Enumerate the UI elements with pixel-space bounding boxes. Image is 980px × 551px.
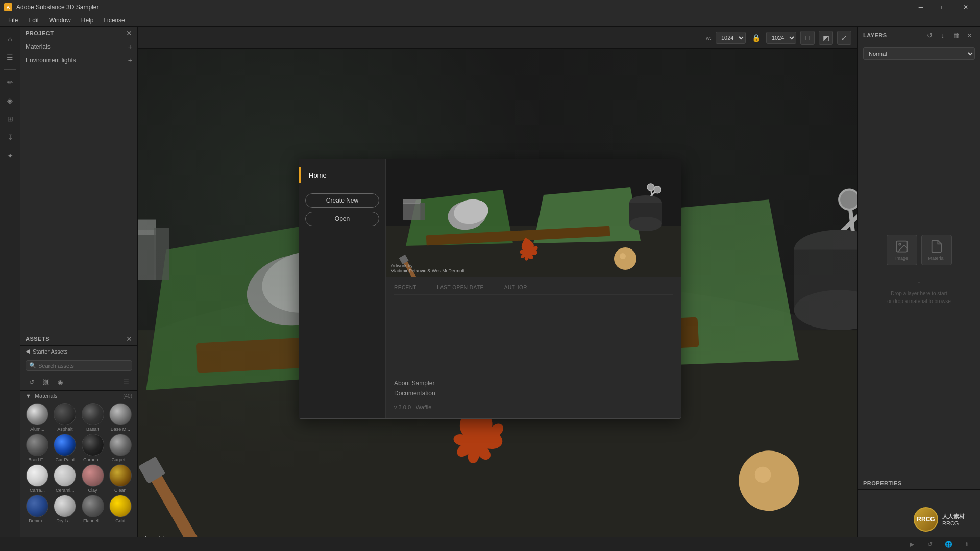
- sidebar-icon-3d[interactable]: ◈: [2, 92, 18, 109]
- left-sidebar: ⌂ ☰ ✏ ◈ ⊞ ↧ ✦: [0, 27, 20, 551]
- search-input[interactable]: [38, 363, 129, 369]
- properties-panel-title: PROPERTIES: [858, 477, 980, 490]
- menu-edit[interactable]: Edit: [24, 16, 43, 25]
- asset-item-0[interactable]: Alum...: [24, 403, 50, 432]
- asset-label-8: Carra...: [26, 488, 48, 493]
- project-panel-header: PROJECT ✕: [20, 27, 137, 40]
- asset-label-2: Basalt: [82, 427, 104, 432]
- asset-item-5[interactable]: Car Paint: [52, 434, 78, 462]
- asset-item-10[interactable]: Clay: [80, 464, 106, 493]
- svg-rect-18: [154, 228, 169, 280]
- layer-delete-btn[interactable]: 🗑: [950, 30, 962, 41]
- asset-item-12[interactable]: Denim...: [24, 495, 50, 523]
- view-3d-button[interactable]: □: [800, 31, 815, 45]
- doc-layer-icon[interactable]: Material: [921, 235, 952, 265]
- menu-file[interactable]: File: [4, 16, 22, 25]
- asset-item-11[interactable]: Clean: [108, 464, 133, 493]
- asset-thumb-9: [54, 464, 76, 487]
- sidebar-icon-home[interactable]: ⌂: [2, 31, 18, 47]
- svg-point-11: [755, 467, 771, 483]
- image-layer-icon[interactable]: Image: [887, 235, 917, 265]
- title-bar: A Adobe Substance 3D Sampler ─ □ ✕: [0, 0, 980, 14]
- project-panel-title: PROJECT: [26, 30, 54, 36]
- asset-item-14[interactable]: Flannel...: [80, 495, 106, 523]
- asset-item-8[interactable]: Carra...: [24, 464, 50, 493]
- view-split-button[interactable]: ◩: [819, 31, 833, 45]
- about-sampler-link[interactable]: About Sampler: [394, 380, 673, 387]
- add-material-button[interactable]: +: [128, 43, 132, 51]
- menu-window[interactable]: Window: [45, 16, 75, 25]
- asset-3d-btn[interactable]: ◉: [54, 376, 66, 388]
- asset-item-2[interactable]: Basalt: [80, 403, 106, 432]
- layer-preview-icons: Image Material: [887, 235, 952, 265]
- asset-list-view-btn[interactable]: ☰: [120, 376, 132, 388]
- asset-thumb-11: [109, 464, 132, 487]
- asset-item-6[interactable]: Carbon...: [80, 434, 106, 462]
- asset-label-14: Flannel...: [82, 518, 104, 523]
- materials-section-row: Materials +: [20, 40, 137, 54]
- sidebar-icon-settings[interactable]: ✦: [2, 147, 18, 164]
- sidebar-icon-layers[interactable]: ☰: [2, 49, 18, 65]
- sidebar-icon-import[interactable]: ↧: [2, 129, 18, 145]
- asset-item-3[interactable]: Base M...: [108, 403, 133, 432]
- blend-mode-select[interactable]: Normal Multiply Screen Overlay: [863, 47, 975, 60]
- layers-header: LAYERS ↺ ↓ 🗑 ✕: [858, 27, 980, 44]
- rrcg-subtitle: RRCG: [942, 520, 965, 527]
- bottom-refresh-icon[interactable]: ↺: [925, 539, 935, 549]
- bottom-info-icon[interactable]: ℹ: [962, 539, 972, 549]
- hero-artwork-caption: Artwork byVladimir Petkovic & Wes McDerm…: [391, 263, 464, 273]
- height-select[interactable]: 1024 512 2048 4096: [766, 32, 796, 44]
- env-lights-label: Environment lights: [26, 57, 76, 64]
- asset-item-15[interactable]: Gold: [108, 495, 133, 523]
- top-toolbar: w: 1024 512 2048 4096 🔒 1024 512 2048 40…: [138, 27, 857, 49]
- bottom-globe-icon[interactable]: 🌐: [943, 539, 953, 549]
- minimize-button[interactable]: ─: [911, 0, 931, 14]
- assets-back-row[interactable]: ◀ Starter Assets: [20, 346, 137, 357]
- asset-refresh-btn[interactable]: ↺: [26, 376, 38, 388]
- menu-help[interactable]: Help: [77, 16, 98, 25]
- asset-label-12: Denim...: [26, 518, 48, 523]
- rrcg-logo: RRCG 人人素材 RRCG: [909, 504, 970, 535]
- asset-item-7[interactable]: Carpet...: [108, 434, 133, 462]
- svg-point-44: [629, 217, 662, 231]
- lock-icon[interactable]: 🔒: [750, 32, 762, 44]
- view-fullscreen-button[interactable]: ⤢: [837, 31, 851, 45]
- layer-add-btn[interactable]: ↓: [937, 30, 948, 41]
- create-new-button[interactable]: Create New: [305, 193, 379, 208]
- open-button[interactable]: Open: [305, 212, 379, 226]
- asset-image-btn[interactable]: 🖼: [40, 376, 52, 388]
- asset-label-5: Car Paint: [54, 457, 76, 462]
- svg-rect-9: [138, 456, 166, 484]
- last-open-col-label: LAST OPEN DATE: [437, 285, 484, 290]
- layers-close-btn[interactable]: ✕: [964, 30, 975, 41]
- svg-point-36: [614, 247, 636, 270]
- assets-panel-close[interactable]: ✕: [126, 335, 132, 342]
- documentation-link[interactable]: Documentation: [394, 390, 673, 397]
- close-button[interactable]: ✕: [955, 0, 976, 14]
- starter-assets-label: Starter Assets: [33, 348, 67, 355]
- asset-label-13: Dry La...: [54, 518, 76, 523]
- asset-item-1[interactable]: Asphalt: [52, 403, 78, 432]
- layer-refresh-btn[interactable]: ↺: [924, 30, 935, 41]
- project-panel-close[interactable]: ✕: [126, 30, 132, 37]
- welcome-left-panel: Home Create New Open: [299, 159, 386, 418]
- sidebar-icon-brush[interactable]: ✏: [2, 74, 18, 90]
- menu-license[interactable]: License: [100, 16, 129, 25]
- maximize-button[interactable]: □: [933, 0, 953, 14]
- add-env-light-button[interactable]: +: [128, 57, 132, 64]
- asset-item-4[interactable]: Braid F...: [24, 434, 50, 462]
- assets-section-header: ▼ Materials (40): [20, 391, 137, 401]
- sidebar-icon-grid[interactable]: ⊞: [2, 111, 18, 127]
- assets-grid: Alum...AsphaltBasaltBase M...Braid F...C…: [20, 401, 137, 525]
- rrcg-text-block: 人人素材 RRCG: [942, 513, 965, 527]
- asset-thumb-5: [54, 434, 76, 456]
- width-select[interactable]: 1024 512 2048 4096: [716, 32, 746, 44]
- asset-thumb-0: [26, 403, 48, 425]
- asset-thumb-7: [109, 434, 132, 456]
- welcome-nav-home[interactable]: Home: [299, 167, 385, 183]
- asset-label-10: Clay: [82, 488, 104, 493]
- materials-section-toggle[interactable]: ▼: [26, 393, 31, 399]
- bottom-play-icon[interactable]: ▶: [906, 539, 917, 549]
- asset-item-9[interactable]: Cerami...: [52, 464, 78, 493]
- asset-item-13[interactable]: Dry La...: [52, 495, 78, 523]
